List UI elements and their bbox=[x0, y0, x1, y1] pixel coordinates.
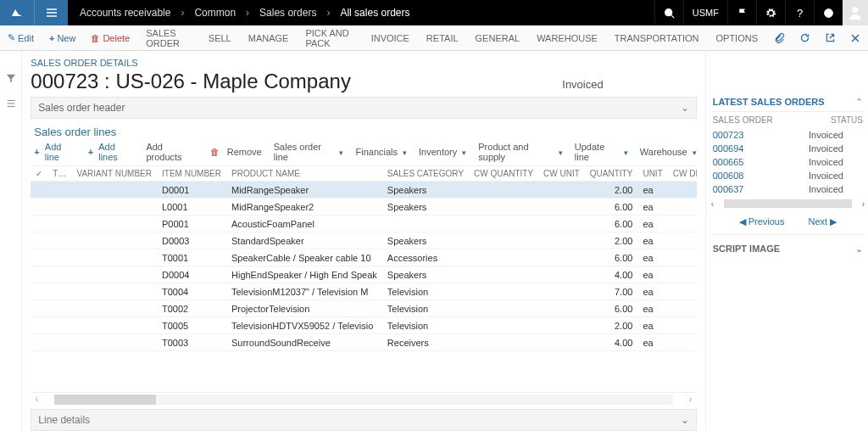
latest-order-row[interactable]: 000637Invoiced bbox=[711, 182, 865, 196]
scroll-left-icon[interactable]: ‹ bbox=[31, 395, 42, 404]
scroll-thumb[interactable] bbox=[54, 395, 156, 405]
breadcrumb-item[interactable]: Accounts receivable bbox=[80, 7, 170, 19]
tab-invoice[interactable]: INVOICE bbox=[363, 25, 418, 51]
col-salescat[interactable]: SALES CATEGORY bbox=[382, 166, 469, 182]
col-variant[interactable]: VARIANT NUMBER bbox=[71, 166, 157, 182]
tab-warehouse[interactable]: WAREHOUSE bbox=[528, 25, 606, 51]
col-cwqty[interactable]: CW QUANTITY bbox=[469, 166, 538, 182]
tab-manage[interactable]: MANAGE bbox=[240, 25, 298, 51]
help-icon[interactable]: ? bbox=[785, 0, 814, 25]
latest-order-row[interactable]: 000608Invoiced bbox=[711, 169, 865, 182]
scroll-track[interactable] bbox=[724, 199, 852, 208]
col-item[interactable]: ITEM NUMBER bbox=[157, 166, 226, 182]
line-details-expander[interactable]: Line details ⌄ bbox=[31, 409, 696, 431]
col-product[interactable]: PRODUCT NAME bbox=[226, 166, 382, 182]
page-title-row: 000723 : US-026 - Maple Company Invoiced bbox=[31, 70, 696, 97]
chevron-down-icon: ⌄ bbox=[855, 243, 863, 255]
delete-button[interactable]: Delete bbox=[83, 25, 137, 51]
col-type[interactable]: T… bbox=[47, 166, 71, 182]
section-label: SALES ORDER DETAILS bbox=[31, 54, 696, 70]
table-row[interactable]: L0001MidRangeSpeaker2Speakers6.00ea bbox=[31, 199, 696, 216]
addline-button[interactable]: Add line bbox=[34, 142, 75, 162]
table-row[interactable]: D0001MidRangeSpeakerSpeakers2.00ea bbox=[31, 182, 696, 199]
col-cwunit[interactable]: CW UNIT bbox=[538, 166, 585, 182]
col-qty[interactable]: QUANTITY bbox=[585, 166, 638, 182]
popout-icon[interactable] bbox=[817, 25, 843, 51]
grid-hscroll[interactable]: ‹ › bbox=[31, 392, 696, 406]
refresh-icon[interactable] bbox=[792, 25, 817, 51]
latest-orders-header[interactable]: LATEST SALES ORDERS ⌃ bbox=[711, 93, 865, 112]
latest-order-row[interactable]: 000723Invoiced bbox=[711, 128, 865, 142]
updateline-menu[interactable]: Update line bbox=[575, 142, 628, 162]
attach-icon[interactable] bbox=[766, 25, 792, 51]
company-selector[interactable]: USMF bbox=[683, 0, 727, 25]
tab-salesorder[interactable]: SALES ORDER bbox=[137, 25, 200, 51]
table-row[interactable]: P0001AcousticFoamPanel6.00ea bbox=[31, 216, 696, 232]
gear-icon[interactable] bbox=[756, 0, 785, 25]
addlines-button[interactable]: Add lines bbox=[88, 142, 135, 162]
latest-orders-title: LATEST SALES ORDERS bbox=[713, 97, 825, 108]
filter-icon[interactable] bbox=[4, 71, 18, 85]
col-cwdeliver[interactable]: CW DELIVER I bbox=[668, 166, 697, 182]
scroll-right-icon[interactable]: › bbox=[862, 199, 865, 209]
svg-point-2 bbox=[853, 7, 859, 13]
flag-icon[interactable] bbox=[727, 0, 756, 25]
line-details-label: Line details bbox=[38, 414, 90, 426]
edit-button[interactable]: Edit bbox=[0, 25, 42, 51]
header-expander-label: Sales order header bbox=[38, 102, 125, 114]
tab-sell[interactable]: SELL bbox=[200, 25, 240, 51]
rp-hscroll[interactable]: ‹ › bbox=[711, 198, 865, 210]
breadcrumb-item[interactable]: All sales orders bbox=[340, 7, 409, 19]
header-expander[interactable]: Sales order header ⌄ bbox=[31, 97, 696, 119]
ribbon: Edit New Delete SALES ORDER SELL MANAGE … bbox=[0, 25, 868, 51]
user-avatar[interactable] bbox=[843, 0, 868, 25]
app-logo[interactable] bbox=[0, 0, 34, 25]
script-image-section[interactable]: SCRIPT IMAGE ⌄ bbox=[711, 234, 865, 263]
col-salesorder: SALES ORDER bbox=[713, 115, 831, 125]
search-icon[interactable] bbox=[654, 0, 683, 25]
col-check[interactable]: ✓ bbox=[31, 166, 47, 182]
page-title: 000723 : US-026 - Maple Company bbox=[31, 70, 351, 93]
hamburger-menu[interactable] bbox=[34, 0, 68, 25]
scroll-right-icon[interactable]: › bbox=[685, 395, 697, 404]
right-pane: LATEST SALES ORDERS ⌃ SALES ORDER STATUS… bbox=[705, 51, 868, 431]
warehouse-menu[interactable]: Warehouse bbox=[640, 147, 697, 157]
col-unit[interactable]: UNIT bbox=[637, 166, 667, 182]
scroll-track[interactable] bbox=[54, 395, 672, 405]
prev-button[interactable]: ◀ Previous bbox=[739, 216, 785, 227]
tab-transportation[interactable]: TRANSPORTATION bbox=[606, 25, 708, 51]
table-row[interactable]: T0002ProjectorTelevisionTelevision6.00ea bbox=[31, 300, 696, 317]
table-row[interactable]: D0004HighEndSpeaker / High End SpeakSpea… bbox=[31, 266, 696, 283]
list-icon[interactable] bbox=[4, 97, 18, 110]
productsupply-menu[interactable]: Product and supply bbox=[478, 142, 563, 162]
latest-order-row[interactable]: 000694Invoiced bbox=[711, 142, 865, 155]
lines-table[interactable]: ✓ T… VARIANT NUMBER ITEM NUMBER PRODUCT … bbox=[31, 166, 696, 351]
rp-nav: ◀ Previous Next ▶ bbox=[711, 210, 865, 234]
tab-options[interactable]: OPTIONS bbox=[707, 25, 766, 51]
new-button[interactable]: New bbox=[42, 25, 83, 51]
tab-general[interactable]: GENERAL bbox=[467, 25, 529, 51]
tab-pickpack[interactable]: PICK AND PACK bbox=[297, 25, 362, 51]
next-button[interactable]: Next ▶ bbox=[808, 216, 837, 227]
table-row[interactable]: T0003SurroundSoundReceiveReceivers4.00ea bbox=[31, 334, 696, 351]
col-status: STATUS bbox=[831, 115, 863, 125]
scroll-left-icon[interactable]: ‹ bbox=[711, 199, 714, 209]
table-row[interactable]: D0003StandardSpeakerSpeakers2.00ea bbox=[31, 232, 696, 249]
latest-order-row[interactable]: 000665Invoiced bbox=[711, 155, 865, 169]
globe-icon[interactable] bbox=[814, 0, 843, 25]
breadcrumb: Accounts receivable Common Sales orders … bbox=[68, 7, 409, 19]
financials-menu[interactable]: Financials bbox=[355, 147, 407, 157]
salesorderline-menu[interactable]: Sales order line bbox=[274, 142, 344, 162]
chevron-down-icon: ⌄ bbox=[681, 414, 689, 426]
table-row[interactable]: T0005TelevisionHDTVX59052 / TelevisioTel… bbox=[31, 317, 696, 334]
addproducts-button[interactable]: Add products bbox=[146, 142, 198, 162]
breadcrumb-item[interactable]: Sales orders bbox=[259, 7, 316, 19]
table-row[interactable]: T0004TelevisionM12037" / Television MTel… bbox=[31, 283, 696, 300]
close-icon[interactable] bbox=[843, 25, 868, 51]
inventory-menu[interactable]: Inventory bbox=[419, 147, 466, 157]
breadcrumb-item[interactable]: Common bbox=[194, 7, 236, 19]
table-row[interactable]: T0001SpeakerCable / Speaker cable 10Acce… bbox=[31, 249, 696, 266]
lines-title: Sales order lines bbox=[31, 122, 696, 140]
tab-retail[interactable]: RETAIL bbox=[418, 25, 467, 51]
remove-button[interactable]: 🗑 Remove bbox=[210, 147, 262, 157]
